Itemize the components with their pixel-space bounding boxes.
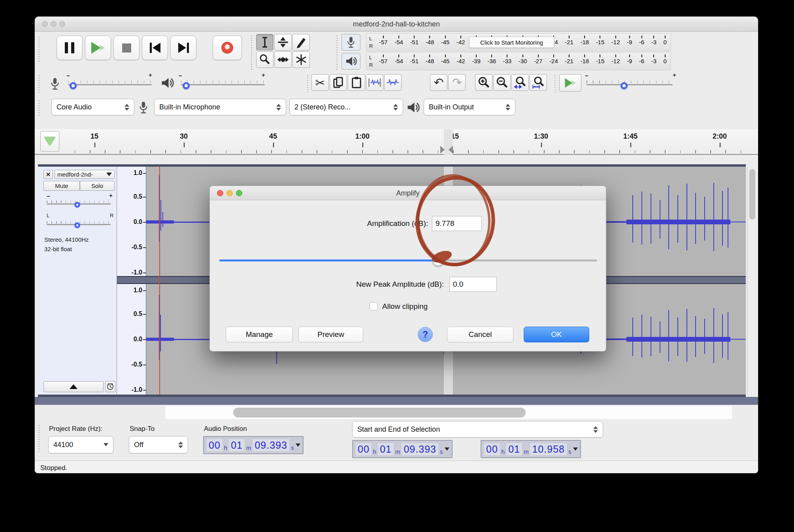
project-rate-select[interactable]: 44100 (48, 436, 113, 453)
output-device-select[interactable]: Built-in Output (424, 99, 515, 115)
multi-tool-button[interactable] (292, 51, 310, 68)
scissors-icon: ✂ (315, 76, 325, 90)
trim-audio-button[interactable] (366, 74, 383, 91)
input-channels-select[interactable]: 2 (Stereo) Reco... (289, 99, 403, 115)
snap-to-select[interactable]: Off (129, 436, 188, 453)
time-format-chevron-icon[interactable] (445, 447, 449, 451)
zoom-tool-button[interactable] (256, 51, 273, 68)
dialog-titlebar[interactable]: Amplify (210, 186, 606, 200)
track-timer-button[interactable] (105, 381, 115, 392)
toolbar-grabber[interactable] (336, 35, 338, 70)
output-volume-slider[interactable] (181, 81, 265, 85)
close-track-button[interactable]: ✕ (43, 170, 53, 179)
fit-project-button[interactable] (530, 74, 547, 91)
time-digits[interactable]: 09.393 (402, 443, 438, 455)
record-button[interactable] (213, 36, 242, 60)
horizontal-scrollbar-thumb[interactable] (233, 408, 526, 417)
playback-meter[interactable]: L R -57-54-51-48-45-42-39-36-33-30-27-24… (366, 52, 671, 70)
toolbar-grabber[interactable] (307, 74, 309, 92)
silence-audio-button[interactable] (384, 74, 402, 91)
recording-meter[interactable]: L R -57-54-51-48-45-42-39-36-33-30-27-24… (366, 33, 671, 51)
toolbar-grabber[interactable] (38, 100, 40, 115)
amplification-input[interactable] (432, 216, 482, 231)
play-speed-slider[interactable] (587, 81, 673, 85)
collapse-track-button[interactable] (43, 381, 104, 392)
amplification-slider-thumb[interactable] (433, 255, 443, 266)
input-volume-thumb[interactable] (70, 82, 77, 89)
time-digits[interactable]: 01 (506, 443, 522, 455)
selection-mode-select[interactable]: Start and End of Selection (352, 421, 603, 438)
gain-slider[interactable] (47, 201, 111, 205)
horizontal-scrollbar[interactable] (165, 406, 732, 419)
time-digits[interactable]: 00 (207, 439, 223, 451)
audio-position-field[interactable]: 00h01m09.393s (203, 436, 304, 454)
input-volume-slider[interactable] (68, 81, 152, 85)
amplitude-label: 0.5 (134, 310, 142, 318)
track-format-line1: Stereo, 44100Hz (44, 236, 89, 243)
cancel-button[interactable]: Cancel (447, 327, 513, 342)
copy-button[interactable] (330, 74, 347, 91)
record-meter-button[interactable] (341, 34, 360, 51)
redo-button[interactable]: ↷ (448, 74, 466, 91)
stop-button[interactable] (113, 36, 140, 60)
zoom-in-button[interactable] (475, 74, 492, 91)
vertical-ruler-right-channel[interactable]: 1.00.50.0-0.5-1.0 (117, 284, 146, 395)
envelope-tool-button[interactable] (274, 34, 292, 51)
pan-slider[interactable] (47, 221, 111, 225)
selection-tool-button[interactable] (256, 34, 273, 51)
time-digits[interactable]: 10.958 (530, 443, 566, 455)
time-digits[interactable]: 01 (229, 439, 245, 451)
selection-start-field[interactable]: 00h01m09.393s (352, 440, 453, 458)
toolbar-grabber[interactable] (554, 74, 556, 92)
toolbar-grabber[interactable] (38, 36, 40, 62)
time-format-chevron-icon[interactable] (296, 444, 300, 447)
amplitude-label: 0.0 (134, 336, 142, 343)
cut-button[interactable]: ✂ (311, 74, 329, 91)
vertical-scrollbar-thumb[interactable] (749, 169, 755, 220)
meter-left-label: L (369, 55, 372, 60)
play-speed-thumb[interactable] (620, 82, 628, 89)
draw-tool-button[interactable] (292, 34, 310, 51)
ok-button[interactable]: OK (524, 327, 589, 342)
play-at-speed-button[interactable] (559, 74, 581, 92)
toolbar-grabber[interactable] (38, 74, 40, 92)
audio-host-select[interactable]: Core Audio (51, 99, 134, 115)
fit-selection-button[interactable] (511, 74, 529, 91)
pause-button[interactable] (57, 36, 83, 60)
mute-button[interactable]: Mute (43, 181, 80, 191)
play-button[interactable] (85, 36, 111, 60)
timeshift-tool-button[interactable] (274, 51, 292, 68)
output-volume-icon (160, 76, 175, 90)
time-format-chevron-icon[interactable] (573, 447, 578, 451)
allow-clipping-checkbox[interactable] (370, 302, 378, 310)
time-digits[interactable]: 01 (378, 443, 394, 455)
output-volume-thumb[interactable] (183, 82, 190, 89)
time-digits[interactable]: 09.393 (253, 439, 289, 451)
selection-end-field[interactable]: 00h01m10.958s (481, 440, 581, 458)
zoom-out-button[interactable] (493, 74, 511, 91)
manage-button[interactable]: Manage (226, 327, 293, 342)
track-control-panel[interactable]: ✕ medford-2nd- Mute Solo − + L R Stereo,… (38, 167, 117, 395)
gain-thumb[interactable] (74, 202, 80, 208)
vertical-ruler-left-channel[interactable]: 1.00.50.0-0.5-1.0 (117, 167, 146, 277)
input-device-select[interactable]: Built-in Microphone (154, 99, 286, 115)
play-meter-button[interactable] (341, 53, 360, 70)
solo-button[interactable]: Solo (80, 181, 115, 191)
preview-button[interactable]: Preview (298, 327, 363, 342)
help-button[interactable]: ? (418, 327, 433, 342)
paste-button[interactable] (348, 74, 365, 91)
track-menu-button[interactable]: medford-2nd- (55, 170, 115, 179)
skip-to-start-button[interactable] (142, 36, 168, 60)
monitoring-tooltip[interactable]: Click to Start Monitoring (469, 37, 554, 48)
timeline-ruler[interactable]: 1530451:001:151:301:452:00 (35, 129, 758, 155)
pin-playhead-button[interactable] (40, 131, 59, 152)
skip-to-end-button[interactable] (170, 36, 196, 60)
toolbar-grabber[interactable] (251, 35, 253, 70)
pan-thumb[interactable] (74, 222, 80, 228)
undo-button[interactable]: ↶ (430, 74, 447, 91)
new-peak-input[interactable] (449, 277, 497, 292)
toolbar-grabber[interactable] (38, 424, 40, 452)
vertical-scrollbar[interactable] (747, 167, 757, 395)
time-digits[interactable]: 00 (356, 443, 372, 455)
time-digits[interactable]: 00 (484, 443, 500, 455)
